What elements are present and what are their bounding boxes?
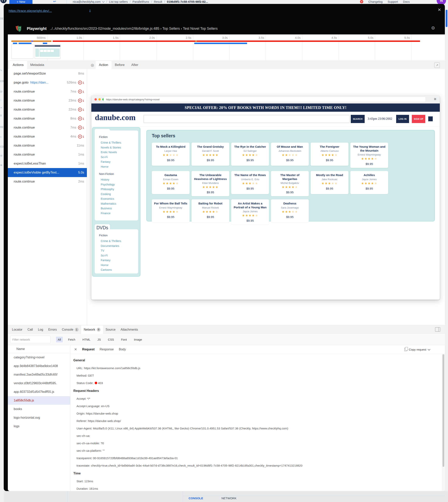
network-row[interactable]: category?string=novel xyxy=(8,353,70,362)
tab-attachments[interactable]: Attachments xyxy=(118,325,141,334)
timeline[interactable]: 500ms1.0s1.5s2.0s2.5s3.0s3.5s4.0s4.5s5.0… xyxy=(8,34,445,61)
account-email[interactable]: nica@checklyhq.com xyxy=(73,0,101,3)
category-link[interactable]: Psychology xyxy=(99,182,138,187)
filter-chip-css[interactable]: CSS xyxy=(106,337,116,342)
login-button[interactable]: LOG IN xyxy=(396,115,409,123)
action-row[interactable]: route.continue7ms×1 xyxy=(8,123,87,132)
download-icon[interactable]: ⇩ xyxy=(89,9,91,13)
tab-network-underlying[interactable]: NETWORK xyxy=(222,497,237,500)
filmstrip-thumbnail[interactable] xyxy=(11,44,33,59)
network-filter-input[interactable] xyxy=(10,336,50,343)
tab-network[interactable]: Network9 xyxy=(81,325,103,334)
filter-chip-image[interactable]: Image xyxy=(132,337,144,342)
book-card[interactable]: To Mock a KillingbirdLarper Hee★★★★★$9.9… xyxy=(152,143,190,166)
category-link[interactable]: Crime & Thrillers xyxy=(99,140,138,145)
tab-errors[interactable]: Errors xyxy=(46,325,60,334)
tab-request[interactable]: Request xyxy=(82,348,95,351)
copy-request-button[interactable]: Copy request xyxy=(404,348,430,351)
tab-action[interactable]: Action xyxy=(96,61,112,69)
category-link[interactable]: History xyxy=(99,177,138,182)
tab-call[interactable]: Call xyxy=(25,325,35,334)
network-row[interactable]: books xyxy=(8,405,70,413)
category-link[interactable]: TV xyxy=(99,248,138,253)
tab-actions[interactable]: Actions xyxy=(9,61,27,69)
trace-url-link[interactable]: https://trace.playwright.dev/... xyxy=(9,9,52,13)
page-scrollbar[interactable] xyxy=(446,10,448,27)
category-link[interactable]: Business xyxy=(99,206,138,211)
category-link[interactable]: Horror xyxy=(99,164,138,169)
book-card[interactable]: Mostly on the RoadJake Rockuac★★★★★$9.95 xyxy=(311,171,348,194)
category-link[interactable]: Cooking xyxy=(99,192,138,197)
close-request-icon[interactable]: ✕ xyxy=(74,347,77,352)
category-link[interactable]: Crime & Thrillers xyxy=(99,239,138,243)
action-row[interactable]: route.continue11ms xyxy=(8,141,87,150)
topbar-link-docs[interactable]: Docs xyxy=(403,0,410,3)
pick-locator-icon[interactable]: ◎ xyxy=(91,63,94,67)
tab-log[interactable]: Log xyxy=(35,325,46,334)
chevron-down-icon[interactable] xyxy=(102,0,105,3)
action-row[interactable]: route.continue4ms×1 xyxy=(8,132,87,141)
tab-source[interactable]: Source xyxy=(103,325,118,334)
changelog-icon[interactable]: ? xyxy=(360,0,363,3)
breadcrumb-item[interactable]: Result xyxy=(154,0,162,3)
action-row[interactable]: expect.toBeVisible getByText...5.0s xyxy=(8,168,87,177)
close-icon[interactable]: × xyxy=(438,7,441,13)
filter-chip-all[interactable]: All xyxy=(56,337,63,342)
category-link[interactable]: Novels & Stories xyxy=(99,145,138,150)
category-link[interactable]: Sci-Fi xyxy=(99,155,138,160)
address-bar[interactable]: https://danube-web.shop/category?string=… xyxy=(103,97,426,102)
category-link[interactable]: Erotic Novels xyxy=(99,150,138,155)
breadcrumb-item[interactable]: List top sellers xyxy=(109,0,128,3)
filter-chip-js[interactable]: JS xyxy=(96,337,103,342)
book-card[interactable]: The Grand GrotsbyGerald F. Scott★★★★★$9.… xyxy=(192,143,229,166)
search-input[interactable] xyxy=(144,115,350,123)
filter-chip-html[interactable]: HTML xyxy=(80,337,92,342)
cart-icon[interactable] xyxy=(428,116,433,121)
book-card[interactable]: The Name of the RowsUmberto E. Erto★★★★★… xyxy=(231,171,269,194)
action-link[interactable]: https://dan... xyxy=(30,81,49,84)
book-card[interactable]: DeafnessSara Josemago★★★★★$9.95 xyxy=(271,199,309,222)
filmstrip-thumbnail[interactable] xyxy=(35,44,61,59)
category-link[interactable]: Sci-Fi xyxy=(99,253,138,258)
back-icon[interactable]: ↩ xyxy=(53,0,56,3)
action-row[interactable]: page.setViewportSize8ms xyxy=(8,69,87,78)
book-card[interactable]: Of Mouse and ManJohannes Beckstein★★★★★$… xyxy=(271,143,309,166)
filter-chip-fetch[interactable]: Fetch xyxy=(66,337,77,342)
book-card[interactable]: The Young Woman and the MountainErnest W… xyxy=(350,143,388,168)
network-row[interactable]: logo-horizontal.svg xyxy=(8,413,70,422)
tab-after[interactable]: After xyxy=(128,61,142,69)
book-card[interactable]: GautamaErman Essen★★★★★$9.95 xyxy=(152,171,190,194)
tab-locator[interactable]: Locator xyxy=(9,325,25,334)
request-scrollbar-track[interactable] xyxy=(442,354,445,491)
category-link[interactable]: Cartoons xyxy=(99,267,138,272)
network-row[interactable]: manifest.2ae2e69a05c33dfc65f xyxy=(8,370,70,379)
category-link[interactable]: Philosophy xyxy=(99,187,138,192)
action-row[interactable]: route.continue23ms×1 xyxy=(8,96,87,105)
gear-icon[interactable]: ⚙ xyxy=(431,25,435,31)
tab-metadata[interactable]: Metadata xyxy=(27,61,48,69)
search-button[interactable]: SEARCH xyxy=(351,115,365,123)
action-row[interactable]: route.continue22ms×1 xyxy=(8,105,87,114)
tab-console[interactable]: Console1 xyxy=(59,325,81,334)
network-row[interactable]: app.603732df1d547fedff55.js xyxy=(8,388,70,396)
category-link[interactable]: Finance xyxy=(99,211,138,216)
action-row[interactable]: route.continue8ms×1 xyxy=(8,114,87,123)
category-link[interactable]: Fantasy xyxy=(99,160,138,164)
action-row[interactable]: route.continue7ms×1 xyxy=(8,87,87,96)
topbar-link-changelog[interactable]: Changelog xyxy=(368,0,383,3)
breadcrumb-item[interactable]: 0196d9f1-7c58-4705-98f2-82... xyxy=(167,0,208,3)
tab-response[interactable]: Response xyxy=(100,348,114,351)
category-link[interactable]: Economics xyxy=(99,196,138,201)
network-row[interactable]: logs xyxy=(8,422,70,431)
book-card[interactable]: The ForeignerAlberto Camuso★★★★★$9.95 xyxy=(311,143,348,166)
site-logo[interactable]: danube.com xyxy=(95,113,136,122)
tab-body[interactable]: Body xyxy=(119,348,126,351)
topbar-link-support[interactable]: Support xyxy=(388,0,398,3)
category-link[interactable]: Documentaries xyxy=(99,243,138,248)
book-card[interactable]: AchillesJayce Jomes★★★★★$9.95 xyxy=(350,171,388,194)
category-link[interactable]: Horror xyxy=(99,263,138,268)
signup-button[interactable]: SIGN UP xyxy=(412,115,425,123)
book-card[interactable]: The Master of MargaritasMichel Bulgakòv★… xyxy=(271,171,309,196)
panel-toggle-icon[interactable] xyxy=(435,327,440,332)
new-button[interactable]: + New xyxy=(9,0,32,4)
